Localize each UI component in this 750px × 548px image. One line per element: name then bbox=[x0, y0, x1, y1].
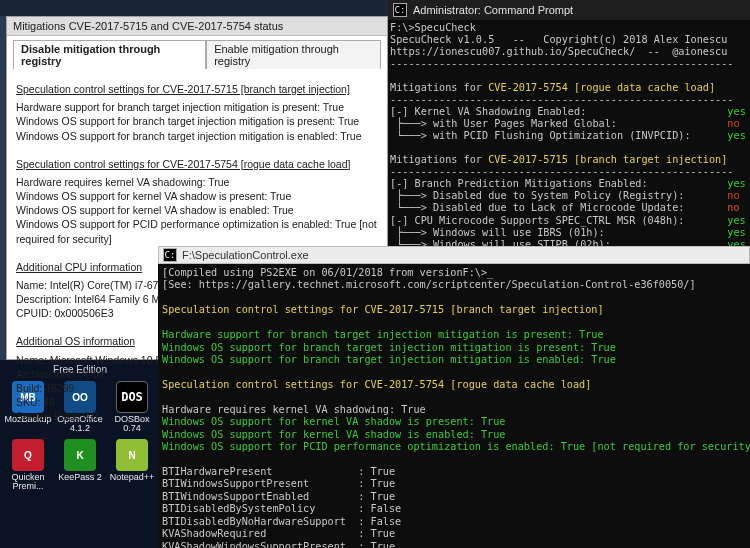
info-line: Hardware support for branch target injec… bbox=[16, 100, 378, 114]
cmd-titlebar[interactable]: C: Administrator: Command Prompt bbox=[388, 0, 750, 20]
app-icon: Q bbox=[12, 439, 44, 471]
icon-label: Notepad++ bbox=[110, 473, 155, 482]
cmd-title-text: Administrator: Command Prompt bbox=[413, 4, 573, 16]
app-icon: N bbox=[116, 439, 148, 471]
info-line: Windows OS support for branch target inj… bbox=[16, 114, 378, 128]
desktop-icon-row: QQuicken Premi...KKeePass 2NNotepad++ bbox=[6, 439, 154, 491]
desktop-icon[interactable]: KKeePass 2 bbox=[58, 439, 102, 491]
info-line: Hardware requires kernel VA shadowing: T… bbox=[16, 175, 378, 189]
cmd-icon: C: bbox=[393, 3, 407, 17]
spec-terminal[interactable]: [Compiled using PS2EXE on 06/01/2018 fro… bbox=[158, 264, 750, 548]
desktop-icon[interactable]: QQuicken Premi... bbox=[6, 439, 50, 491]
desktop-icon[interactable]: NNotepad++ bbox=[110, 439, 154, 491]
cmd-icon: C: bbox=[163, 248, 177, 262]
window-command-prompt: C: Administrator: Command Prompt F:\>Spe… bbox=[388, 0, 750, 271]
app-icon: K bbox=[64, 439, 96, 471]
cmd-terminal[interactable]: F:\>SpecuCheck SpecuCheck v1.0.5 -- Copy… bbox=[388, 20, 750, 271]
window-speculationcontrol: C: F:\SpeculationControl.exe [Compiled u… bbox=[158, 246, 750, 548]
icon-label: KeePass 2 bbox=[58, 473, 102, 482]
info-line: Windows OS support for kernel VA shadow … bbox=[16, 189, 378, 203]
info-line: Windows OS support for PCID performance … bbox=[16, 217, 378, 245]
spec-title-text: F:\SpeculationControl.exe bbox=[182, 249, 309, 261]
icon-label: Quicken Premi... bbox=[6, 473, 50, 491]
info-line: Windows OS support for branch target inj… bbox=[16, 129, 378, 143]
tab-disable-mitigation[interactable]: Disable mitigation through registry bbox=[13, 40, 206, 69]
mitigations-titlebar[interactable]: Mitigations CVE-2017-5715 and CVE-2017-5… bbox=[7, 17, 387, 36]
section-heading: Speculation control settings for CVE-201… bbox=[16, 82, 378, 96]
mitigations-tabs: Disable mitigation through registry Enab… bbox=[7, 36, 387, 69]
section-heading: Speculation control settings for CVE-201… bbox=[16, 157, 378, 171]
info-line: Windows OS support for kernel VA shadow … bbox=[16, 203, 378, 217]
tab-enable-mitigation[interactable]: Enable mitigation through registry bbox=[206, 40, 381, 69]
spec-titlebar[interactable]: C: F:\SpeculationControl.exe bbox=[158, 246, 750, 264]
